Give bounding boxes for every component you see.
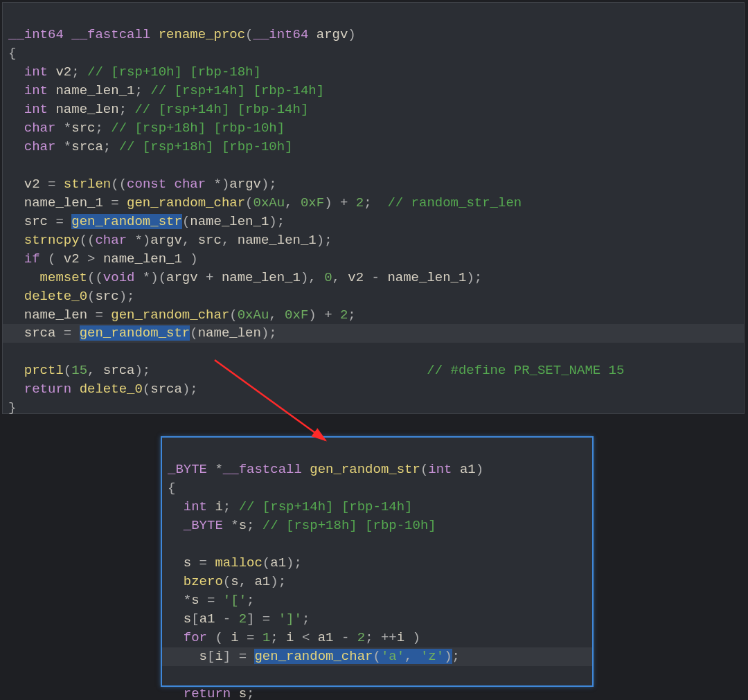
code-line: char *srca; // [rsp+18h] [rbp-10h] [3,139,299,154]
code-line: delete_0(src); [3,289,140,304]
func-name-rename-proc: rename_proc [159,27,245,42]
brace: { [3,46,21,61]
highlighted-call-gen-random-str[interactable]: gen_random_str [80,325,190,341]
code-line: s[a1 - 2] = ']'; [162,611,315,627]
highlighted-call-gen-random-char[interactable]: gen_random_char('a', 'z') [254,649,452,664]
code-line: if ( v2 > name_len_1 ) [3,251,204,267]
code-line: v2 = strlen((const char *)argv); [3,177,283,192]
code-line: strncpy((char *)argv, src, name_len_1); [3,233,338,248]
current-line[interactable]: s[i] = gen_random_char('a', 'z'); [162,647,592,666]
code-line: __int64 __fastcall rename_proc(__int64 a… [3,27,362,42]
code-line: int i; // [rsp+14h] [rbp-14h] [162,499,418,514]
blank-line [3,158,21,173]
brace: { [162,481,181,496]
code-line: s = malloc(a1); [162,555,308,571]
code-line: return s; [162,686,260,700]
code-line: memset((void *)(argv + name_len_1), 0, v… [3,270,488,285]
code-line: _BYTE *s; // [rsp+18h] [rbp-10h] [162,518,442,533]
code-line: src = gen_random_str(name_len_1); [3,214,290,229]
code-line: prctl(15, srca); // #define PR_SET_NAME … [3,363,630,378]
code-line: *s = '['; [162,593,260,608]
code-line: int v2; // [rsp+10h] [rbp-18h] [3,64,267,80]
decompiler-panel-gen-random-str[interactable]: _BYTE *__fastcall gen_random_str(int a1)… [161,436,594,687]
code-line: char *src; // [rsp+18h] [rbp-10h] [3,120,290,136]
code-line: name_len = gen_random_char(0xAu, 0xF) + … [3,307,362,323]
func-name-gen-random-str: gen_random_str [310,462,420,477]
code-line: int name_len_1; // [rsp+14h] [rbp-14h] [3,83,330,98]
decompiler-panel-rename-proc[interactable]: __int64 __fastcall rename_proc(__int64 a… [2,2,745,414]
code-line: for ( i = 1; i < a1 - 2; ++i ) [162,630,426,645]
code-line: name_len_1 = gen_random_char(0xAu, 0xF) … [3,195,527,210]
code-line: return delete_0(srca); [3,382,204,397]
highlighted-call-gen-random-str[interactable]: gen_random_str [71,214,182,229]
code-line: _BYTE *__fastcall gen_random_str(int a1) [162,462,489,477]
current-line[interactable]: srca = gen_random_str(name_len); [3,324,744,343]
code-line: bzero(s, a1); [162,574,292,589]
brace: } [3,400,21,415]
code-line: int name_len; // [rsp+14h] [rbp-14h] [3,102,314,117]
blank-line [162,537,181,552]
